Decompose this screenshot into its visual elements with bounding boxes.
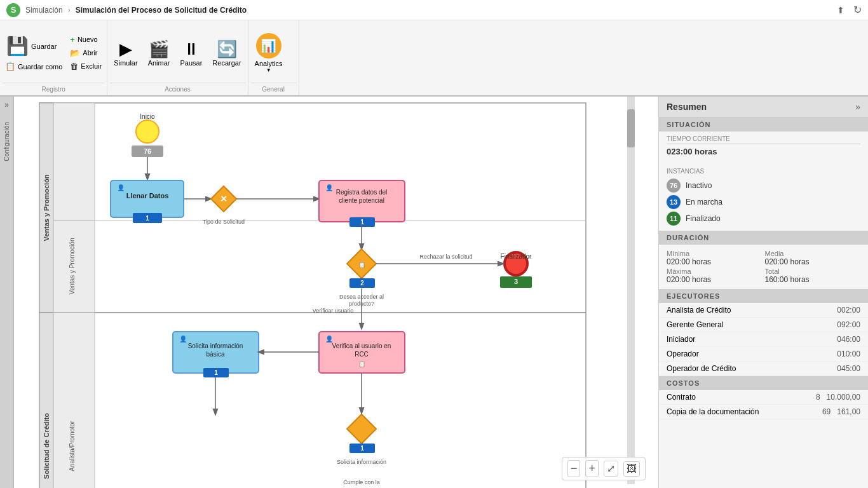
simular-button[interactable]: ▶ Simular [110,37,141,69]
refresh-icon[interactable]: ↻ [853,4,862,16]
abrir-label: Abrir [83,49,97,57]
svg-text:👤: 👤 [117,184,125,192]
recargar-label: Recargar [212,59,241,67]
ribbon-acciones-group: ▶ Simular 🎬 Animar ⏸ Pausar 🔄 Recargar A… [107,20,248,95]
minimize-icon[interactable]: ⬆ [837,5,844,15]
breadcrumb-sep: › [68,6,71,15]
inactivo-badge: 76 [667,179,681,193]
svg-text:Solicitud de Crédito: Solicitud de Crédito [43,413,50,479]
svg-text:👤: 👤 [325,184,334,192]
ejecutor-row: Iniciador046:00 [659,332,868,347]
nuevo-label: Nuevo [78,36,98,43]
analytics-label: Analytics [255,60,283,67]
finalizado-badge: 11 [667,212,681,226]
svg-text:Verifica al usuario en: Verifica al usuario en [332,342,391,349]
breadcrumb-title: Simulación del Proceso de Solicitud de C… [76,6,247,15]
acciones-label: Acciones [110,83,245,93]
guardar-como-label: Guardar como [18,63,62,71]
svg-text:Finalizador: Finalizador [501,253,532,260]
svg-text:✕: ✕ [220,194,227,204]
guardar-como-button[interactable]: 📋 Guardar como [3,60,65,72]
svg-text:📋: 📋 [358,261,366,269]
svg-text:Solicita información: Solicita información [188,342,243,349]
svg-text:básica: básica [207,351,225,358]
en-marcha-badge: 13 [667,195,681,209]
recargar-icon: 🔄 [217,39,237,59]
analytics-button[interactable]: 📊 Analytics ▼ [251,30,287,76]
tiempo-corriente-label: TIEMPO CORRIENTE [667,135,860,142]
minima-value: 020:00 horas [667,257,763,266]
pausar-label: Pausar [180,59,202,67]
breadcrumb-app: Simulación [25,6,63,15]
animar-button[interactable]: 🎬 Animar [144,37,174,69]
left-sidebar[interactable]: » Configuración [0,97,14,488]
ejecutores-header: EJECUTORES [659,289,868,303]
svg-text:Ventas y Promoción: Ventas y Promoción [43,174,50,241]
animar-icon: 🎬 [149,39,169,59]
media-value: 020:00 horas [765,257,861,266]
svg-text:👤: 👤 [179,335,187,343]
svg-text:Inicio: Inicio [140,113,155,120]
pausar-icon: ⏸ [183,39,200,59]
svg-text:Llenar Datos: Llenar Datos [126,192,169,200]
zoom-in-button[interactable]: + [585,460,599,477]
save-icon: 💾 [6,36,29,57]
svg-text:Analista/Promotor: Analista/Promotor [69,421,76,471]
nuevo-button[interactable]: + Nuevo [67,34,104,46]
svg-text:📋: 📋 [358,360,366,368]
svg-text:Cumple con la: Cumple con la [343,479,380,485]
screenshot-button[interactable]: 🖼 [623,461,640,477]
inactivo-label: Inactivo [686,181,712,190]
panel-expand-icon[interactable]: » [855,102,860,112]
en-marcha-label: En marcha [686,198,722,207]
total-label: Total [765,268,861,275]
costos-list: Contrato8 10.000,00Copia de la documenta… [659,390,868,419]
saveas-icon: 📋 [5,62,15,71]
costos-section: COSTOS Contrato8 10.000,00Copia de la do… [659,376,868,419]
ribbon-registro-group: 💾 Guardar 📋 Guardar como + Nuevo 📂 Abrir [0,20,107,95]
ribbon: 💾 Guardar 📋 Guardar como + Nuevo 📂 Abrir [0,20,868,97]
configuracion-label[interactable]: Configuración [3,122,10,161]
sidebar-expand-icon[interactable]: » [4,100,9,109]
ejecutor-row: Analista de Crédito002:00 [659,303,868,318]
svg-text:1: 1 [214,369,218,376]
nuevo-icon: + [70,35,75,44]
titlebar: S Simulación › Simulación del Proceso de… [0,0,868,20]
abrir-button[interactable]: 📂 Abrir [67,47,104,59]
maxima-label: Máxima [667,268,763,275]
guardar-button[interactable]: 💾 Guardar [3,33,65,59]
ejecutor-row: Operador de Crédito045:00 [659,362,868,376]
guardar-label: Guardar [31,43,57,50]
ribbon-general-group: 📊 Analytics ▼ General [248,20,299,95]
svg-text:1: 1 [360,445,364,452]
process-diagram-svg: Ventas y Promoción Ventas y Promoción So… [14,97,658,488]
svg-text:cliente potencial: cliente potencial [339,197,384,204]
ejecutor-row: Operador010:00 [659,347,868,362]
recargar-button[interactable]: 🔄 Recargar [208,37,245,69]
simular-icon: ▶ [119,39,132,59]
general-label: General [251,83,296,93]
excluir-icon: 🗑 [70,62,78,71]
svg-text:3: 3 [514,278,518,285]
svg-text:RCC: RCC [355,351,369,358]
svg-point-12 [136,120,159,143]
zoom-out-button[interactable]: − [567,460,581,477]
costos-header: COSTOS [659,376,868,390]
svg-text:Ventas y Promoción: Ventas y Promoción [69,238,76,295]
finalizado-row: 11 Finalizado [667,212,860,226]
abrir-icon: 📂 [70,48,80,58]
simular-label: Simular [114,59,137,67]
svg-text:Verificar usuario: Verificar usuario [313,308,354,314]
svg-rect-7 [39,313,586,488]
pausar-button[interactable]: ⏸ Pausar [176,37,206,69]
svg-text:Rechazar la solicitud: Rechazar la solicitud [419,254,472,260]
fit-button[interactable]: ⤢ [604,461,618,477]
bottom-toolbar: − + ⤢ 🖼 [562,457,646,480]
excluir-label: Excluir [81,62,102,70]
excluir-button[interactable]: 🗑 Excluir [67,60,104,72]
canvas-area: Ventas y Promoción Ventas y Promoción So… [14,97,658,488]
ejecutor-row: Gerente General092:00 [659,318,868,332]
finalizado-label: Finalizado [686,214,721,223]
tiempo-value: 023:00 horas [667,147,860,156]
media-label: Media [765,250,861,257]
